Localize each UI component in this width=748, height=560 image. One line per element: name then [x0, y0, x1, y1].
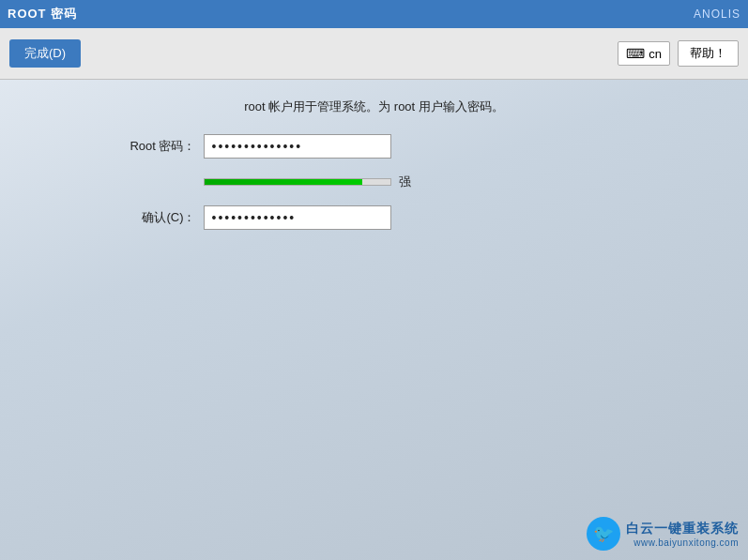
root-password-label: Root 密码：	[121, 138, 196, 155]
strength-row: 强	[204, 174, 628, 190]
watermark-line2: www.baiyunxitong.com	[626, 537, 739, 548]
watermark: 🐦 白云一键重装系统 www.baiyunxitong.com	[587, 517, 739, 551]
keyboard-input-button[interactable]: ⌨ cn	[618, 41, 670, 66]
help-button[interactable]: 帮助！	[678, 40, 739, 67]
title-bar: ROOT 密码 ANOLIS	[0, 0, 748, 28]
anolis-label: ANOLIS	[694, 8, 740, 21]
form-area: Root 密码： 强 确认(C)：	[121, 134, 628, 230]
watermark-text: 白云一键重装系统 www.baiyunxitong.com	[626, 521, 739, 548]
root-password-input[interactable]	[204, 134, 391, 159]
confirm-password-input[interactable]	[204, 205, 391, 230]
confirm-password-row: 确认(C)：	[121, 205, 628, 230]
root-password-row: Root 密码：	[121, 134, 628, 159]
main-content: root 帐户用于管理系统。为 root 用户输入密码。 Root 密码： 强 …	[0, 80, 748, 249]
strength-label: 强	[399, 174, 411, 190]
confirm-password-label: 确认(C)：	[121, 209, 196, 226]
strength-bar-fill	[205, 179, 362, 185]
watermark-icon: 🐦	[587, 517, 620, 551]
done-button[interactable]: 完成(D)	[9, 39, 81, 68]
strength-bar-container	[204, 178, 391, 186]
keyboard-lang-label: cn	[649, 47, 662, 61]
description-text: root 帐户用于管理系统。为 root 用户输入密码。	[121, 98, 628, 115]
toolbar: 完成(D) ⌨ cn 帮助！	[0, 28, 748, 80]
watermark-line1: 白云一键重装系统	[626, 521, 739, 537]
title-bar-text: ROOT 密码	[8, 6, 77, 23]
keyboard-icon: ⌨	[626, 46, 645, 61]
